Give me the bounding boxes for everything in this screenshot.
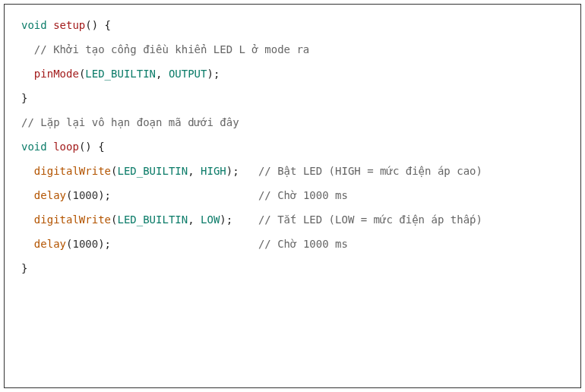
code-token: loop [53,141,79,153]
code-token: () { [85,19,111,31]
code-token: void [21,19,47,31]
code-line: void setup() { [21,20,567,30]
code-token: digitalWrite [34,213,111,226]
code-token: HIGH [201,165,226,177]
code-token: , [188,165,201,177]
code-token: } [21,262,27,274]
code-token: // Bật LED (HIGH = mức điện áp cao) [258,165,482,177]
code-token: pinMode [34,68,79,80]
code-token [47,19,53,31]
code-line: void loop() { [21,141,567,152]
code-block: void setup() { // Khởi tạo cổng điều khi… [4,4,581,388]
code-line: delay(1000); // Chờ 1000 ms [21,239,567,249]
code-line: digitalWrite(LED_BUILTIN, LOW); // Tắt L… [21,214,567,225]
code-token: LED_BUILTIN [117,165,188,177]
code-token: void [21,141,47,153]
code-token: digitalWrite [34,165,111,177]
code-token: // Tắt LED (LOW = mức điện áp thấp) [258,213,482,226]
code-token: , [156,68,169,80]
code-token: setup [53,19,85,31]
code-token: LED_BUILTIN [85,68,156,80]
code-token: () { [79,141,105,153]
code-token: // Lặp lại vô hạn đoạn mã dưới đây [21,116,239,128]
code-token: delay [34,238,66,250]
code-token: 1000 [72,238,98,250]
code-line: // Khởi tạo cổng điều khiển LED L ở mode… [21,44,567,55]
code-token: ); [207,68,220,80]
code-line: digitalWrite(LED_BUILTIN, HIGH); // Bật … [21,166,567,176]
code-line: pinMode(LED_BUILTIN, OUTPUT); [21,68,567,79]
code-token: // Khởi tạo cổng điều khiển LED L ở mode… [34,43,309,55]
code-line: } [21,93,567,103]
code-token: 1000 [72,189,98,201]
code-token: ); [98,238,258,250]
code-line: delay(1000); // Chờ 1000 ms [21,190,567,201]
code-token: delay [34,189,66,201]
code-token: ); [226,165,258,177]
code-token: } [21,92,27,104]
code-line: } [21,263,567,273]
code-token: ); [220,213,258,226]
code-token: // Chờ 1000 ms [258,189,348,201]
code-line: // Lặp lại vô hạn đoạn mã dưới đây [21,117,567,128]
code-token: OUTPUT [169,68,207,80]
code-token: LED_BUILTIN [117,213,188,226]
code-token: LOW [201,213,220,226]
code-token [47,141,53,153]
code-token: ); [98,189,258,201]
code-token: // Chờ 1000 ms [258,238,348,250]
code-token: , [188,213,201,226]
